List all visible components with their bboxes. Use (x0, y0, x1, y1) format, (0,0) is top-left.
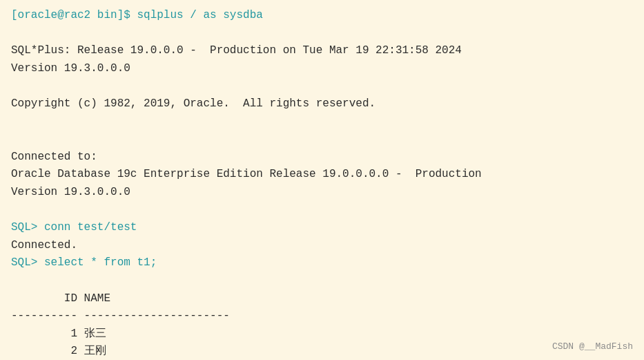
blank-line-5 (11, 202, 633, 220)
oracle-db-line: Oracle Database 19c Enterprise Edition R… (11, 166, 633, 184)
connected-to-label: Connected to: (11, 149, 633, 167)
copyright-line: Copyright (c) 1982, 2019, Oracle. All ri… (11, 95, 633, 113)
table-row-2: 2 王刚 (11, 343, 633, 360)
table-row-1: 1 张三 (11, 325, 633, 343)
column-header: ID NAME (11, 290, 633, 308)
column-separator: ---------- ---------------------- (11, 307, 633, 325)
sqlplus-release-line: SQL*Plus: Release 19.0.0.0 - Production … (11, 42, 633, 60)
conn-command: SQL> conn test/test (11, 219, 633, 237)
blank-line-1 (11, 25, 633, 43)
version-line-1: Version 19.3.0.0.0 (11, 60, 633, 78)
prompt-line: [oracle@rac2 bin]$ sqlplus / as sysdba (11, 7, 633, 25)
select-command: SQL> select * from t1; (11, 254, 633, 272)
blank-line-6 (11, 272, 633, 290)
terminal-window: [oracle@rac2 bin]$ sqlplus / as sysdba S… (0, 0, 644, 360)
version-line-2: Version 19.3.0.0.0 (11, 184, 633, 202)
blank-line-2 (11, 77, 633, 95)
blank-line-4 (11, 131, 633, 149)
connected-dot: Connected. (11, 237, 633, 255)
blank-line-3 (11, 113, 633, 131)
watermark-text: CSDN @__MadFish (552, 341, 633, 352)
